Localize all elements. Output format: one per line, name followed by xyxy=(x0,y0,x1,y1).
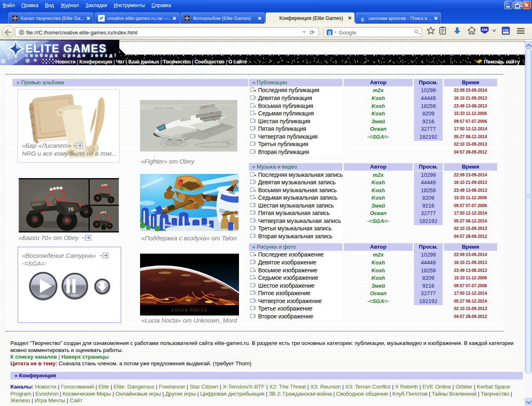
svg-text:LUCIA NOCTA 2014: LUCIA NOCTA 2014 xyxy=(222,313,236,315)
svg-text:*: * xyxy=(5,42,7,48)
svg-text:❄: ❄ xyxy=(0,57,6,65)
svg-text:FVD: FVD xyxy=(503,29,509,32)
svg-text:LUCIA NOCTA: LUCIA NOCTA xyxy=(172,308,207,312)
svg-text:❄: ❄ xyxy=(25,57,30,64)
svg-text:ABE: ABE xyxy=(482,28,488,31)
svg-text:70: 70 xyxy=(68,206,74,213)
svg-text:*: * xyxy=(7,52,10,59)
svg-text:ROCKET FIGHTER: ROCKET FIGHTER xyxy=(154,107,174,110)
svg-text:*: * xyxy=(15,59,17,65)
svg-text:✻: ✻ xyxy=(33,58,37,63)
svg-text:g: g xyxy=(361,16,364,22)
svg-text:JUPITER PROJECT: JUPITER PROJECT xyxy=(141,313,155,315)
svg-text:*: * xyxy=(22,51,24,56)
